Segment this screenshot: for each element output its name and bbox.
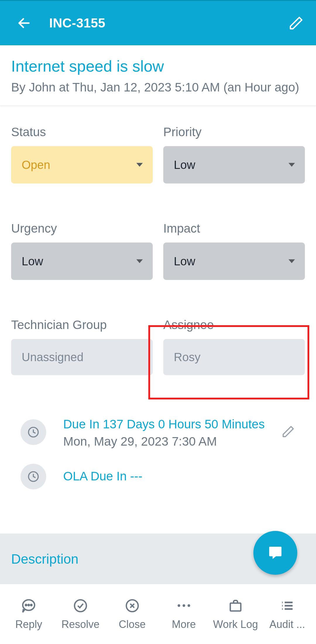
- ticket-meta: By John at Thu, Jan 12, 2023 5:10 AM (an…: [11, 80, 305, 94]
- ticket-title: Internet speed is slow: [11, 57, 305, 75]
- more-icon: [178, 598, 190, 614]
- back-button[interactable]: [16, 15, 32, 31]
- assignee-value: Rosy: [174, 351, 200, 364]
- list-icon: [279, 598, 295, 614]
- assignee-label: Assignee: [163, 318, 305, 332]
- chevron-down-icon: [288, 163, 295, 167]
- bottom-nav: Reply Resolve Close More Work Log Audit …: [0, 584, 316, 644]
- nav-audit[interactable]: Audit ...: [261, 598, 313, 631]
- status-select[interactable]: Open: [11, 146, 153, 183]
- due-edit-button[interactable]: [281, 425, 296, 439]
- urgency-label: Urgency: [11, 221, 153, 236]
- edit-button[interactable]: [288, 15, 304, 31]
- clock-icon: [27, 426, 40, 439]
- pencil-icon: [281, 425, 295, 438]
- description-label: Description: [11, 551, 78, 567]
- nav-reply[interactable]: Reply: [3, 598, 55, 631]
- assignee-select[interactable]: Rosy: [163, 339, 305, 375]
- ola-due-row: OLA Due In ---: [20, 464, 305, 489]
- x-circle-icon: [124, 598, 140, 614]
- svg-point-4: [25, 604, 27, 606]
- nav-resolve-label: Resolve: [61, 618, 99, 631]
- reply-icon: [21, 598, 37, 614]
- nav-resolve[interactable]: Resolve: [55, 598, 107, 631]
- nav-close[interactable]: Close: [106, 598, 158, 631]
- impact-value: Low: [174, 255, 195, 268]
- technician-group-value: Unassigned: [22, 351, 83, 364]
- app-header: INC-3155: [0, 1, 316, 45]
- svg-point-7: [75, 600, 87, 612]
- chevron-down-icon: [288, 259, 295, 263]
- technician-group-label: Technician Group: [11, 318, 153, 332]
- clock-badge: [20, 464, 46, 489]
- nav-reply-label: Reply: [15, 618, 42, 631]
- nav-audit-label: Audit ...: [269, 618, 305, 631]
- impact-label: Impact: [163, 221, 305, 236]
- impact-select[interactable]: Low: [163, 243, 305, 280]
- svg-point-5: [28, 604, 30, 606]
- svg-rect-11: [230, 603, 241, 611]
- urgency-value: Low: [22, 255, 43, 268]
- svg-point-6: [31, 604, 32, 606]
- ticket-id: INC-3155: [49, 16, 288, 30]
- due-date-row: Due In 137 Days 0 Hours 50 Minutes Mon, …: [20, 416, 305, 449]
- nav-more[interactable]: More: [158, 598, 210, 631]
- briefcase-icon: [228, 598, 243, 614]
- urgency-select[interactable]: Low: [11, 243, 153, 280]
- chat-fab[interactable]: [253, 531, 297, 575]
- priority-select[interactable]: Low: [163, 146, 305, 183]
- status-label: Status: [11, 125, 153, 139]
- chat-icon: [267, 545, 284, 561]
- clock-badge: [20, 419, 46, 445]
- nav-worklog-label: Work Log: [213, 618, 258, 631]
- due-countdown: Due In 137 Days 0 Hours 50 Minutes: [63, 416, 281, 433]
- technician-group-select[interactable]: Unassigned: [11, 339, 153, 375]
- ticket-summary: Internet speed is slow By John at Thu, J…: [0, 45, 316, 106]
- due-datetime: Mon, May 29, 2023 7:30 AM: [63, 434, 281, 449]
- ola-due: OLA Due In ---: [63, 468, 305, 485]
- priority-label: Priority: [163, 125, 305, 139]
- arrow-left-icon: [17, 16, 31, 30]
- priority-value: Low: [174, 158, 195, 172]
- clock-icon: [27, 470, 40, 483]
- chevron-down-icon: [136, 163, 143, 167]
- status-value: Open: [22, 158, 50, 172]
- nav-more-label: More: [172, 618, 196, 631]
- chevron-down-icon: [136, 259, 143, 263]
- pencil-icon: [288, 15, 304, 31]
- nav-close-label: Close: [119, 618, 146, 631]
- nav-worklog[interactable]: Work Log: [210, 598, 262, 631]
- check-circle-icon: [73, 598, 88, 614]
